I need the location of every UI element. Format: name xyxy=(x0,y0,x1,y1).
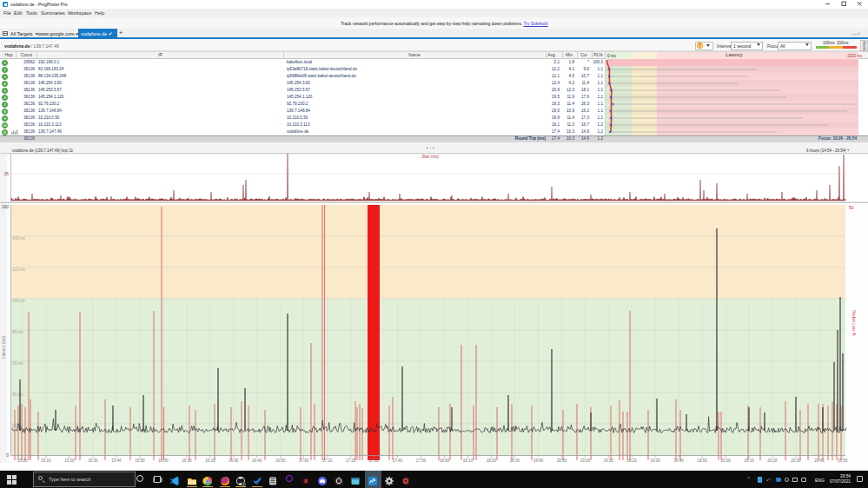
svg-text:19:50: 19:50 xyxy=(697,458,707,463)
svg-text:16:20: 16:20 xyxy=(205,458,215,463)
svg-text:20:50: 20:50 xyxy=(838,458,848,463)
svg-text:20:00: 20:00 xyxy=(720,458,731,463)
svg-text:16:10: 16:10 xyxy=(182,458,192,463)
svg-text:17:40: 17:40 xyxy=(393,458,403,463)
svg-text:15:30: 15:30 xyxy=(88,458,98,463)
svg-text:17:00: 17:00 xyxy=(299,458,309,463)
svg-text:18:10: 18:10 xyxy=(463,458,474,463)
svg-text:20:40: 20:40 xyxy=(814,458,825,463)
svg-text:18:40: 18:40 xyxy=(533,458,544,463)
svg-text:18:50: 18:50 xyxy=(557,458,567,463)
svg-text:20:20: 20:20 xyxy=(767,458,778,463)
svg-text:19:00: 19:00 xyxy=(580,458,591,463)
svg-text:19:10: 19:10 xyxy=(604,458,614,463)
svg-text:15:40: 15:40 xyxy=(111,458,122,463)
svg-text:19:40: 19:40 xyxy=(674,458,685,463)
svg-text:17:30: 17:30 xyxy=(369,458,380,463)
svg-text:18:00: 18:00 xyxy=(440,458,450,463)
svg-text:17:10: 17:10 xyxy=(322,458,333,463)
svg-text:20:10: 20:10 xyxy=(744,458,754,463)
svg-text:19:20: 19:20 xyxy=(627,458,638,463)
svg-text:15:20: 15:20 xyxy=(64,458,75,463)
svg-text:Packet Loss %: Packet Loss % xyxy=(851,310,856,336)
svg-text:15:50: 15:50 xyxy=(135,458,145,463)
svg-text:16:50: 16:50 xyxy=(275,458,286,463)
svg-text:100 ms: 100 ms xyxy=(12,299,26,303)
svg-text:35: 35 xyxy=(3,171,9,176)
svg-text:16:40: 16:40 xyxy=(252,458,262,463)
svg-text:80 ms: 80 ms xyxy=(12,330,23,334)
svg-text:50: 50 xyxy=(849,205,854,210)
svg-text:19:30: 19:30 xyxy=(651,458,661,463)
svg-text:Latency (ms): Latency (ms) xyxy=(2,335,6,359)
svg-text:18:30: 18:30 xyxy=(510,458,520,463)
svg-text:16:30: 16:30 xyxy=(229,458,239,463)
svg-text:60 ms: 60 ms xyxy=(12,361,23,366)
svg-text:18:20: 18:20 xyxy=(487,458,497,463)
svg-text:17:20: 17:20 xyxy=(346,458,356,463)
svg-text:B: B xyxy=(304,478,308,484)
svg-text:Jitter (ms): Jitter (ms) xyxy=(421,155,439,159)
svg-text:16:00: 16:00 xyxy=(158,458,169,463)
svg-text:15:00: 15:00 xyxy=(17,458,28,463)
svg-text:140 ms: 140 ms xyxy=(12,236,26,241)
svg-text:160: 160 xyxy=(2,204,10,209)
svg-text:120 ms: 120 ms xyxy=(12,267,26,272)
svg-text:20:30: 20:30 xyxy=(791,458,801,463)
svg-text:0: 0 xyxy=(6,452,9,458)
svg-text:17:50: 17:50 xyxy=(416,458,427,463)
svg-text:15:10: 15:10 xyxy=(41,458,51,463)
svg-text:40 ms: 40 ms xyxy=(12,392,23,397)
